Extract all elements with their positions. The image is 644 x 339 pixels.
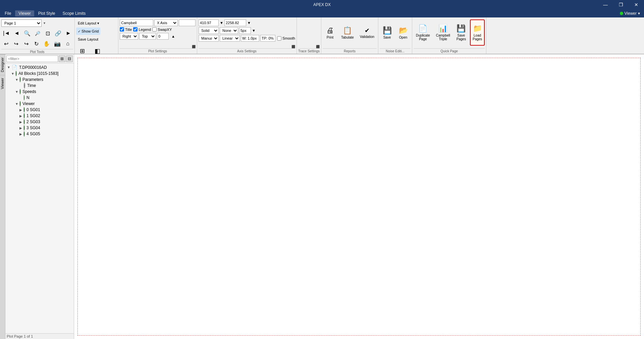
- menu-file[interactable]: File: [1, 10, 14, 16]
- tree-toggle[interactable]: ▶: [19, 126, 23, 130]
- tree-node-label: Parameters: [22, 77, 43, 82]
- duplicate-page-button[interactable]: 📄 Duplicate Page: [414, 19, 432, 46]
- marker-select[interactable]: None: [220, 27, 238, 34]
- close-button[interactable]: ✕: [629, 0, 644, 9]
- edit-layout-button[interactable]: Edit Layout ▾: [76, 19, 101, 27]
- tree-node-label: 3 SG04: [26, 126, 40, 130]
- tp-input[interactable]: [260, 35, 275, 42]
- tree-toggle[interactable]: ▶: [19, 120, 23, 124]
- x-min-input[interactable]: [199, 19, 219, 26]
- tree-toggle[interactable]: ▼: [15, 102, 19, 106]
- save-noise-button[interactable]: 💾 Save: [380, 19, 394, 46]
- top-select[interactable]: Top: [139, 33, 156, 40]
- filter-expand-button[interactable]: ⊞: [59, 55, 65, 62]
- tree-node-icon: [20, 89, 20, 94]
- tree-node-label: 2 SG03: [26, 119, 40, 124]
- menu-scope-limits[interactable]: Scope Limits: [59, 10, 89, 16]
- open-noise-button[interactable]: 📂 Open: [396, 19, 411, 46]
- tree-item[interactable]: ▶3 SG04: [5, 125, 74, 131]
- undo-button[interactable]: ↩: [1, 39, 11, 48]
- save-pages-icon: 💾: [457, 24, 466, 33]
- campbell-input[interactable]: [120, 19, 153, 26]
- x-max-input[interactable]: [224, 19, 246, 26]
- tree-item[interactable]: ▶4 SG05: [5, 131, 74, 137]
- page-selector[interactable]: Page 1: [1, 19, 42, 27]
- tree-node-label: Speeds: [22, 89, 36, 94]
- x-axis-value-input[interactable]: [179, 19, 196, 26]
- tree-panel: ⊞ ⊟ ▼📄T.DP000016AD▼All Blocks [1015-1583…: [5, 54, 74, 339]
- minimize-button[interactable]: —: [598, 0, 613, 9]
- tree-item[interactable]: ▼Speeds: [5, 89, 74, 95]
- tree-item[interactable]: ▼Viewer: [5, 101, 74, 107]
- tree-toggle[interactable]: ▶: [19, 132, 23, 136]
- btn4[interactable]: ↻: [32, 39, 41, 48]
- tree-toggle[interactable]: ▶: [19, 108, 23, 112]
- trace-settings-expand[interactable]: ⬛: [316, 45, 320, 48]
- tree-item[interactable]: ▶1 SG02: [5, 113, 74, 119]
- nav-first-button[interactable]: |◄: [1, 29, 11, 38]
- linear-select[interactable]: Linear: [220, 35, 240, 42]
- menu-viewer[interactable]: Viewer: [15, 10, 34, 16]
- redo-button[interactable]: ↩: [11, 39, 21, 48]
- viewer-side-tab[interactable]: Viewer: [0, 75, 5, 92]
- link-button[interactable]: 🔗: [53, 29, 63, 38]
- right-select[interactable]: Right: [120, 33, 138, 40]
- show-grid-button[interactable]: ✓ Show Grid: [76, 28, 100, 35]
- tree-node-icon: 📄: [12, 65, 17, 70]
- camera-button[interactable]: 📷: [52, 39, 62, 48]
- zoom-in-button[interactable]: 🔍: [22, 29, 32, 38]
- marker-size-input[interactable]: [239, 27, 251, 34]
- tree-toggle[interactable]: ▼: [11, 72, 15, 76]
- save-layout-button[interactable]: Save Layout: [76, 36, 100, 43]
- tree-item[interactable]: ▶2 SG03: [5, 119, 74, 125]
- tree-item[interactable]: ▶0 SG01: [5, 107, 74, 113]
- x-axis-select[interactable]: X Axis: [154, 19, 178, 26]
- plot-area[interactable]: [74, 54, 644, 339]
- menu-plot-style[interactable]: Plot Style: [35, 10, 59, 16]
- tabulate-button[interactable]: 📋 Tabulate: [339, 19, 356, 46]
- nav-next-button[interactable]: ►: [64, 29, 73, 38]
- legend-check[interactable]: Legend: [133, 27, 151, 32]
- duplicate-icon: 📄: [418, 24, 427, 33]
- position-input[interactable]: [157, 33, 169, 40]
- viewer-label: Viewer: [625, 11, 637, 16]
- print-button[interactable]: 🖨 Print: [323, 19, 337, 46]
- scale-mode-select[interactable]: Manual: [199, 35, 219, 42]
- tree-toggle[interactable]: ▶: [19, 114, 23, 118]
- zoom-out-button[interactable]: 🔎: [33, 29, 42, 38]
- width-input[interactable]: [241, 35, 259, 42]
- save-pages-button[interactable]: 💾 Save Pages: [454, 19, 469, 46]
- tree-item[interactable]: ▼Parameters: [5, 77, 74, 83]
- tree-node-label: All Blocks [1015-1583]: [18, 71, 58, 76]
- tree-toggle[interactable]: ▼: [15, 78, 19, 82]
- app-title: APEX DX: [313, 2, 331, 7]
- restore-button[interactable]: ❐: [613, 0, 629, 9]
- filter-input[interactable]: [6, 55, 58, 62]
- tree-item[interactable]: ▼All Blocks [1015-1583]: [5, 70, 74, 77]
- load-pages-icon: 📁: [473, 24, 482, 33]
- hand-button[interactable]: ✋: [42, 39, 52, 48]
- filter-collapse-button[interactable]: ⊟: [66, 55, 73, 62]
- load-pages-button[interactable]: 📁 Load Pages: [470, 19, 485, 46]
- tree-node-label: 1 SG02: [26, 113, 40, 118]
- pos-increment[interactable]: ▲: [170, 33, 177, 40]
- designer-tab[interactable]: Designer: [0, 54, 5, 75]
- smooth-check[interactable]: Smooth: [277, 36, 295, 41]
- tree-item[interactable]: N: [5, 95, 74, 101]
- quick-page-group: 📄 Duplicate Page 📊 Campbell Triple 💾 Sav…: [412, 17, 486, 54]
- btn3[interactable]: ↪: [21, 39, 31, 48]
- axis-settings-expand[interactable]: ⬛: [291, 45, 295, 48]
- tree-toggle[interactable]: ▼: [15, 90, 19, 94]
- line-style-select[interactable]: Solid: [199, 27, 219, 34]
- validation-button[interactable]: ✔ Validation: [358, 19, 377, 46]
- title-check[interactable]: Title: [120, 27, 132, 32]
- home-button[interactable]: ⌂: [63, 39, 72, 48]
- campbell-triple-button[interactable]: 📊 Campbell Triple: [434, 19, 452, 46]
- tree-item[interactable]: Time: [5, 83, 74, 89]
- swapxy-check[interactable]: SwapXY: [152, 27, 172, 32]
- plot-settings-expand[interactable]: ⬛: [192, 45, 196, 48]
- tree-toggle[interactable]: ▼: [7, 65, 11, 69]
- nav-prev-button[interactable]: ◄: [12, 29, 21, 38]
- zoom-fit-button[interactable]: ⊡: [43, 29, 52, 38]
- tree-item[interactable]: ▼📄T.DP000016AD: [5, 64, 74, 70]
